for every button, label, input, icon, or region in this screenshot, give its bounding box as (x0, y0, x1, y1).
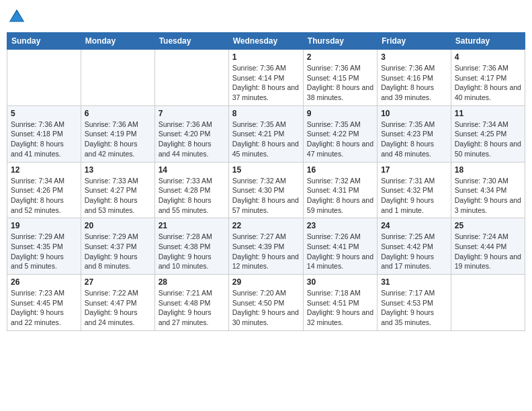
day-cell: 9Sunrise: 7:35 AMSunset: 4:22 PMDaylight… (303, 105, 377, 162)
day-number: 1 (232, 52, 300, 62)
day-cell: 29Sunrise: 7:20 AMSunset: 4:50 PMDayligh… (228, 275, 303, 331)
day-number: 11 (455, 109, 521, 118)
day-number: 22 (232, 221, 300, 230)
day-number: 27 (85, 277, 151, 287)
day-info: Sunrise: 7:22 AMSunset: 4:47 PMDaylight:… (85, 288, 151, 328)
day-number: 28 (159, 277, 225, 287)
day-number: 21 (159, 221, 225, 230)
day-info: Sunrise: 7:32 AMSunset: 4:30 PMDaylight:… (232, 176, 300, 216)
day-info: Sunrise: 7:30 AMSunset: 4:34 PMDaylight:… (455, 176, 521, 216)
weekday-header-wednesday: Wednesday (228, 33, 303, 50)
day-info: Sunrise: 7:29 AMSunset: 4:35 PMDaylight:… (11, 232, 77, 271)
day-number: 2 (307, 52, 373, 62)
day-cell: 19Sunrise: 7:29 AMSunset: 4:35 PMDayligh… (7, 218, 81, 275)
day-number: 19 (11, 221, 77, 230)
day-info: Sunrise: 7:36 AMSunset: 4:17 PMDaylight:… (455, 63, 521, 103)
calendar-body: 1Sunrise: 7:36 AMSunset: 4:14 PMDaylight… (7, 50, 525, 331)
week-row-3: 12Sunrise: 7:34 AMSunset: 4:26 PMDayligh… (7, 162, 525, 218)
day-info: Sunrise: 7:36 AMSunset: 4:16 PMDaylight:… (381, 63, 447, 103)
day-cell: 28Sunrise: 7:21 AMSunset: 4:48 PMDayligh… (154, 275, 228, 331)
day-cell: 5Sunrise: 7:36 AMSunset: 4:18 PMDaylight… (7, 105, 81, 162)
weekday-header-sunday: Sunday (7, 33, 81, 50)
day-cell (154, 50, 228, 106)
day-number: 26 (11, 277, 77, 287)
day-cell: 11Sunrise: 7:34 AMSunset: 4:25 PMDayligh… (451, 105, 525, 162)
day-cell: 15Sunrise: 7:32 AMSunset: 4:30 PMDayligh… (228, 162, 303, 218)
day-info: Sunrise: 7:36 AMSunset: 4:20 PMDaylight:… (159, 120, 225, 159)
day-cell: 2Sunrise: 7:36 AMSunset: 4:15 PMDaylight… (303, 50, 377, 106)
day-number: 31 (381, 277, 447, 287)
day-info: Sunrise: 7:36 AMSunset: 4:14 PMDaylight:… (232, 63, 300, 103)
day-cell: 12Sunrise: 7:34 AMSunset: 4:26 PMDayligh… (7, 162, 81, 218)
weekday-header-saturday: Saturday (451, 33, 525, 50)
header (7, 7, 525, 27)
day-number: 4 (455, 52, 521, 62)
day-number: 13 (85, 165, 151, 175)
day-info: Sunrise: 7:24 AMSunset: 4:44 PMDaylight:… (455, 232, 521, 271)
day-number: 23 (307, 221, 373, 230)
day-cell: 24Sunrise: 7:25 AMSunset: 4:42 PMDayligh… (378, 218, 451, 275)
day-number: 16 (307, 165, 373, 175)
day-cell: 6Sunrise: 7:36 AMSunset: 4:19 PMDaylight… (81, 105, 154, 162)
weekday-header-row: SundayMondayTuesdayWednesdayThursdayFrid… (7, 33, 525, 50)
day-info: Sunrise: 7:35 AMSunset: 4:23 PMDaylight:… (381, 120, 447, 159)
day-number: 29 (232, 277, 300, 287)
day-number: 20 (85, 221, 151, 230)
day-info: Sunrise: 7:36 AMSunset: 4:15 PMDaylight:… (307, 63, 373, 103)
day-cell: 14Sunrise: 7:33 AMSunset: 4:28 PMDayligh… (154, 162, 228, 218)
day-info: Sunrise: 7:25 AMSunset: 4:42 PMDaylight:… (381, 232, 447, 271)
day-info: Sunrise: 7:17 AMSunset: 4:53 PMDaylight:… (381, 288, 447, 328)
day-cell: 3Sunrise: 7:36 AMSunset: 4:16 PMDaylight… (378, 50, 451, 106)
day-cell: 22Sunrise: 7:27 AMSunset: 4:39 PMDayligh… (228, 218, 303, 275)
day-cell: 8Sunrise: 7:35 AMSunset: 4:21 PMDaylight… (228, 105, 303, 162)
day-cell: 27Sunrise: 7:22 AMSunset: 4:47 PMDayligh… (81, 275, 154, 331)
day-cell: 10Sunrise: 7:35 AMSunset: 4:23 PMDayligh… (378, 105, 451, 162)
day-cell: 23Sunrise: 7:26 AMSunset: 4:41 PMDayligh… (303, 218, 377, 275)
logo-icon (7, 7, 27, 27)
logo (7, 7, 30, 27)
day-number: 25 (455, 221, 521, 230)
day-info: Sunrise: 7:35 AMSunset: 4:22 PMDaylight:… (307, 120, 373, 159)
day-number: 5 (11, 109, 77, 118)
day-info: Sunrise: 7:31 AMSunset: 4:32 PMDaylight:… (381, 176, 447, 216)
day-number: 7 (159, 109, 225, 118)
calendar-table: SundayMondayTuesdayWednesdayThursdayFrid… (7, 32, 525, 331)
day-cell: 25Sunrise: 7:24 AMSunset: 4:44 PMDayligh… (451, 218, 525, 275)
day-info: Sunrise: 7:28 AMSunset: 4:38 PMDaylight:… (159, 232, 225, 271)
day-info: Sunrise: 7:34 AMSunset: 4:26 PMDaylight:… (11, 176, 77, 216)
day-number: 15 (232, 165, 300, 175)
day-number: 30 (307, 277, 373, 287)
day-number: 18 (455, 165, 521, 175)
day-number: 24 (381, 221, 447, 230)
day-number: 10 (381, 109, 447, 118)
day-number: 14 (159, 165, 225, 175)
day-cell: 31Sunrise: 7:17 AMSunset: 4:53 PMDayligh… (378, 275, 451, 331)
day-cell (451, 275, 525, 331)
week-row-5: 26Sunrise: 7:23 AMSunset: 4:45 PMDayligh… (7, 275, 525, 331)
week-row-1: 1Sunrise: 7:36 AMSunset: 4:14 PMDaylight… (7, 50, 525, 106)
calendar-header: SundayMondayTuesdayWednesdayThursdayFrid… (7, 33, 525, 50)
day-info: Sunrise: 7:29 AMSunset: 4:37 PMDaylight:… (85, 232, 151, 271)
day-cell: 18Sunrise: 7:30 AMSunset: 4:34 PMDayligh… (451, 162, 525, 218)
week-row-4: 19Sunrise: 7:29 AMSunset: 4:35 PMDayligh… (7, 218, 525, 275)
day-cell: 1Sunrise: 7:36 AMSunset: 4:14 PMDaylight… (228, 50, 303, 106)
weekday-header-friday: Friday (378, 33, 451, 50)
day-info: Sunrise: 7:26 AMSunset: 4:41 PMDaylight:… (307, 232, 373, 271)
day-cell: 4Sunrise: 7:36 AMSunset: 4:17 PMDaylight… (451, 50, 525, 106)
day-cell (81, 50, 154, 106)
day-info: Sunrise: 7:36 AMSunset: 4:18 PMDaylight:… (11, 120, 77, 159)
day-info: Sunrise: 7:33 AMSunset: 4:27 PMDaylight:… (85, 176, 151, 216)
day-number: 9 (307, 109, 373, 118)
day-info: Sunrise: 7:33 AMSunset: 4:28 PMDaylight:… (159, 176, 225, 216)
day-cell: 21Sunrise: 7:28 AMSunset: 4:38 PMDayligh… (154, 218, 228, 275)
day-cell: 7Sunrise: 7:36 AMSunset: 4:20 PMDaylight… (154, 105, 228, 162)
day-number: 8 (232, 109, 300, 118)
day-info: Sunrise: 7:21 AMSunset: 4:48 PMDaylight:… (159, 288, 225, 328)
day-number: 12 (11, 165, 77, 175)
day-number: 6 (85, 109, 151, 118)
day-cell: 13Sunrise: 7:33 AMSunset: 4:27 PMDayligh… (81, 162, 154, 218)
day-cell: 30Sunrise: 7:18 AMSunset: 4:51 PMDayligh… (303, 275, 377, 331)
day-number: 3 (381, 52, 447, 62)
day-info: Sunrise: 7:27 AMSunset: 4:39 PMDaylight:… (232, 232, 300, 271)
day-cell: 26Sunrise: 7:23 AMSunset: 4:45 PMDayligh… (7, 275, 81, 331)
